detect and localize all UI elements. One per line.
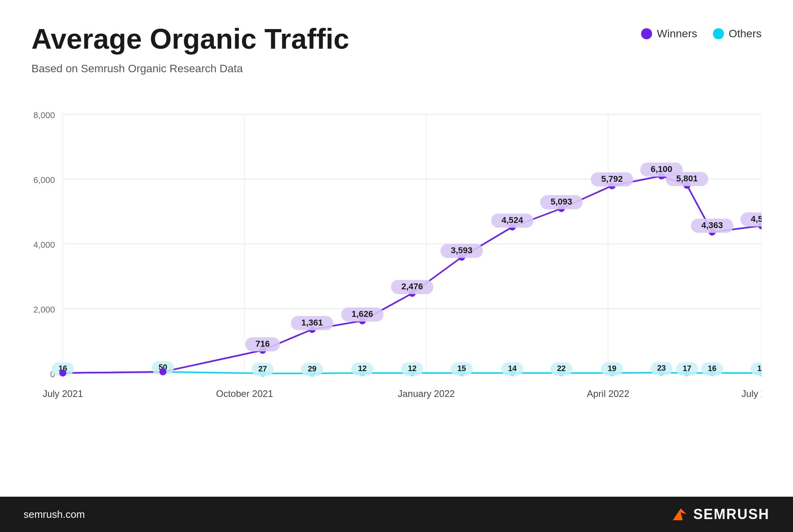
legend-others: Others [713, 27, 762, 40]
svg-text:12: 12 [408, 364, 417, 373]
svg-text:January 2022: January 2022 [398, 388, 455, 399]
others-dot [713, 28, 724, 39]
svg-text:12: 12 [358, 364, 367, 373]
svg-text:6,100: 6,100 [650, 164, 672, 174]
winners-dot [641, 28, 652, 39]
svg-text:1,626: 1,626 [351, 309, 373, 319]
svg-text:4,363: 4,363 [701, 220, 723, 230]
svg-text:4,000: 4,000 [33, 240, 55, 250]
svg-text:22: 22 [557, 364, 566, 373]
chart-container: 8,000 6,000 4,000 2,000 0 July 2021 Octo… [31, 91, 762, 424]
svg-text:23: 23 [657, 364, 666, 372]
footer: semrush.com SEMRUSH [0, 497, 793, 532]
svg-text:15: 15 [457, 364, 466, 373]
svg-text:6,000: 6,000 [33, 175, 55, 185]
svg-text:4,564: 4,564 [751, 214, 762, 224]
svg-text:3,593: 3,593 [451, 245, 472, 255]
svg-point-63 [159, 368, 166, 375]
svg-text:July 2022: July 2022 [742, 388, 762, 399]
svg-text:29: 29 [308, 364, 316, 373]
semrush-logo: SEMRUSH [669, 505, 769, 524]
svg-text:2,476: 2,476 [401, 282, 423, 291]
semrush-brand-name: SEMRUSH [693, 506, 769, 523]
svg-text:July 2021: July 2021 [43, 388, 83, 399]
svg-text:April 2022: April 2022 [587, 388, 629, 399]
svg-text:13: 13 [757, 364, 762, 373]
svg-text:17: 17 [683, 364, 691, 373]
svg-text:16: 16 [708, 364, 716, 373]
svg-text:14: 14 [508, 364, 517, 373]
svg-point-62 [59, 369, 66, 377]
svg-text:8,000: 8,000 [33, 110, 55, 120]
svg-marker-100 [673, 508, 687, 520]
semrush-icon [669, 505, 689, 524]
svg-text:4,524: 4,524 [501, 215, 523, 225]
legend-winners: Winners [641, 27, 697, 40]
svg-text:October 2021: October 2021 [216, 388, 273, 399]
main-content: Average Organic Traffic Winners Others B… [0, 0, 793, 497]
svg-text:716: 716 [256, 339, 270, 349]
svg-text:5,792: 5,792 [601, 174, 623, 184]
svg-text:19: 19 [608, 364, 616, 373]
chart-subtitle: Based on Semrush Organic Research Data [31, 62, 762, 75]
svg-text:2,000: 2,000 [33, 305, 55, 314]
winners-label: Winners [657, 27, 697, 40]
svg-text:5,093: 5,093 [550, 197, 572, 207]
footer-url: semrush.com [24, 508, 85, 521]
svg-text:5,801: 5,801 [676, 174, 698, 183]
legend: Winners Others [641, 27, 762, 40]
svg-text:27: 27 [258, 364, 267, 373]
svg-text:1,361: 1,361 [301, 318, 323, 327]
others-label: Others [729, 27, 762, 40]
